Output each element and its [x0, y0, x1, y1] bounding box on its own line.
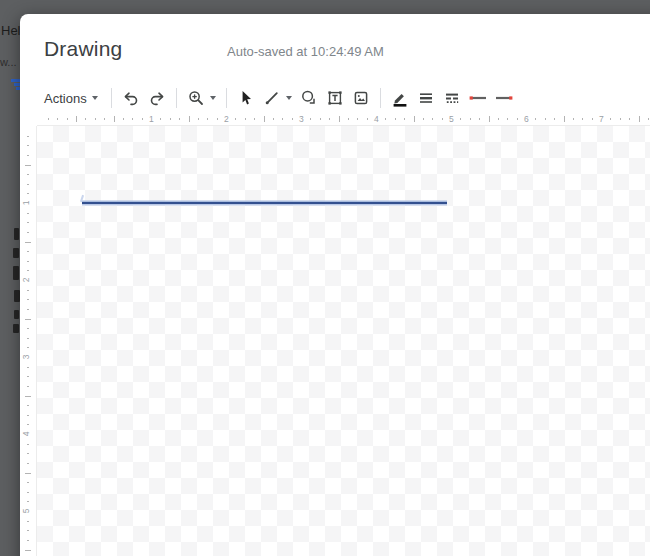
- ruler-tick: [460, 118, 461, 120]
- ruler-tick: [273, 118, 274, 120]
- ruler-tick: [27, 193, 29, 194]
- ruler-tick: [27, 184, 29, 185]
- drawn-line-object[interactable]: [82, 202, 447, 204]
- ruler-tick: [610, 118, 611, 120]
- ruler-tick: [507, 118, 508, 120]
- vertical-ruler: 12345: [20, 126, 37, 556]
- ruler-tick: [27, 136, 29, 137]
- ruler-tick: [489, 116, 490, 122]
- ruler-tick: [432, 118, 433, 120]
- line-dash-button[interactable]: [440, 86, 464, 110]
- ruler-tick: [470, 118, 471, 120]
- ruler-tick: [395, 118, 396, 120]
- line-tool-button[interactable]: [260, 86, 284, 110]
- ruler-tick: [25, 550, 31, 551]
- select-arrow-icon: [237, 89, 255, 107]
- ruler-tick: [442, 118, 443, 120]
- ruler-number: 2: [224, 115, 229, 123]
- dialog-title: Drawing: [44, 37, 122, 61]
- ruler-tick: [27, 328, 29, 329]
- chevron-down-icon: [210, 96, 216, 100]
- ruler-number: 4: [22, 432, 30, 437]
- ruler-tick: [27, 309, 29, 310]
- ruler-tick: [582, 118, 583, 120]
- redo-button[interactable]: [145, 86, 169, 110]
- ruler-tick: [25, 396, 31, 397]
- ruler-number: 3: [22, 355, 30, 360]
- ruler-tick: [27, 453, 29, 454]
- ruler-tick: [320, 118, 321, 120]
- ruler-tick: [27, 482, 29, 483]
- ruler-number: 1: [22, 201, 30, 206]
- ruler-tick: [27, 386, 29, 387]
- undo-button[interactable]: [119, 86, 143, 110]
- line-color-button[interactable]: [388, 86, 412, 110]
- ruler-tick: [27, 444, 29, 445]
- ruler-tick: [170, 118, 171, 120]
- ruler-tick: [27, 270, 29, 271]
- line-end-button[interactable]: [492, 86, 516, 110]
- redo-icon: [148, 89, 166, 107]
- zoom-icon: [187, 89, 205, 107]
- line-tool-dropdown-button[interactable]: [283, 86, 295, 110]
- ruler-tick: [27, 338, 29, 339]
- ruler-tick: [254, 118, 255, 120]
- chevron-down-icon: [286, 96, 292, 100]
- ruler-tick: [160, 118, 161, 120]
- background-text-fragment: [13, 324, 19, 333]
- ruler-tick: [142, 118, 143, 120]
- ruler-tick: [339, 116, 340, 122]
- ruler-tick: [648, 118, 649, 120]
- background-text-fragment: [14, 228, 19, 240]
- zoom-dropdown-button[interactable]: [207, 86, 219, 110]
- ruler-number: 4: [374, 115, 379, 123]
- background-text-fragment: [14, 310, 19, 319]
- text-box-button[interactable]: [323, 86, 347, 110]
- ruler-tick: [629, 118, 630, 120]
- ruler-tick: [27, 261, 29, 262]
- ruler-tick: [592, 118, 593, 120]
- ruler-tick: [217, 118, 218, 120]
- select-button[interactable]: [234, 86, 258, 110]
- line-start-button[interactable]: [466, 86, 490, 110]
- zoom-button[interactable]: [184, 86, 208, 110]
- undo-icon: [122, 89, 140, 107]
- ruler-tick: [27, 405, 29, 406]
- image-button[interactable]: [349, 86, 373, 110]
- drawing-toolbar: Actions: [20, 84, 650, 112]
- ruler-tick: [367, 118, 368, 120]
- ruler-tick: [198, 118, 199, 120]
- toolbar-separator: [380, 88, 381, 108]
- line-dash-icon: [443, 89, 461, 107]
- ruler-tick: [27, 424, 29, 425]
- toolbar-separator: [111, 88, 112, 108]
- ruler-number: 5: [22, 509, 30, 514]
- ruler-tick: [25, 242, 31, 243]
- text-box-icon: [326, 89, 344, 107]
- chevron-down-icon: [92, 96, 98, 100]
- image-icon: [352, 89, 370, 107]
- ruler-tick: [357, 118, 358, 120]
- background-text-fragment: [13, 266, 19, 280]
- drawing-dialog: Drawing Auto-saved at 10:24:49 AM Action…: [20, 14, 650, 556]
- ruler-tick: [27, 232, 29, 233]
- actions-button[interactable]: Actions: [38, 86, 104, 110]
- ruler-tick: [27, 521, 29, 522]
- ruler-tick: [27, 174, 29, 175]
- line-weight-button[interactable]: [414, 86, 438, 110]
- ruler-tick: [27, 492, 29, 493]
- shape-button[interactable]: [297, 86, 321, 110]
- ruler-tick: [479, 118, 480, 120]
- ruler-tick: [264, 116, 265, 122]
- shape-icon: [300, 89, 318, 107]
- ruler-tick: [385, 118, 386, 120]
- ruler-tick: [310, 118, 311, 120]
- ruler-tick: [27, 155, 29, 156]
- ruler-tick: [27, 299, 29, 300]
- horizontal-ruler: 1234567: [37, 112, 650, 126]
- ruler-tick: [517, 118, 518, 120]
- ruler-number: 3: [299, 115, 304, 123]
- drawing-canvas[interactable]: [37, 126, 650, 556]
- ruler-tick: [76, 116, 77, 122]
- ruler-tick: [95, 118, 96, 120]
